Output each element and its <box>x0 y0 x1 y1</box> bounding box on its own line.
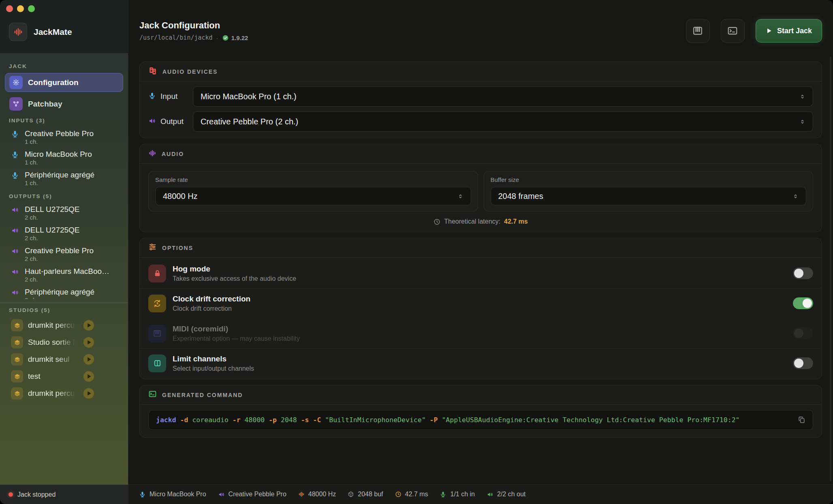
waveform-icon <box>13 27 23 37</box>
generated-command-card: GENERATED COMMAND jackd -d coreaudio -r … <box>139 385 822 438</box>
buffer-box-icon <box>348 491 354 498</box>
configuration-content: AUDIO DEVICES Input <box>128 62 833 484</box>
section-title: OPTIONS <box>162 245 193 251</box>
input-device-row[interactable]: Micro MacBook Pro 1 ch. <box>5 148 123 169</box>
copy-icon <box>798 416 805 424</box>
layers-icon <box>11 336 23 348</box>
play-button[interactable] <box>83 319 95 331</box>
theoretical-latency: Theoretical latency: 42.7 ms <box>148 218 813 225</box>
jackd-command: jackd -d coreaudio -r 48000 -p 2048 -s -… <box>156 416 792 424</box>
options-card: OPTIONS Hog mode Takes exclusive access <box>139 238 822 379</box>
command-code-block: jackd -d coreaudio -r 48000 -p 2048 -s -… <box>148 410 813 430</box>
patchbay-nodes-icon <box>9 97 23 111</box>
speaker-icon <box>11 226 19 236</box>
gear-icon <box>9 76 23 89</box>
studio-row[interactable]: drumkit seul <box>5 351 99 368</box>
play-button[interactable] <box>83 387 95 399</box>
audio-card: AUDIO Sample rate 48000 Hz <box>139 144 822 232</box>
status-output-device: Creative Pebble Pro <box>218 491 286 498</box>
midi-toggle[interactable] <box>793 327 813 339</box>
speaker-icon <box>218 491 225 498</box>
speaker-icon <box>11 268 19 278</box>
section-label-studios: STUDIOS (5) <box>5 307 123 313</box>
app-logo-icon <box>9 23 27 41</box>
status-sample-rate: 48000 Hz <box>298 491 336 498</box>
sample-rate-field: Sample rate 48000 Hz <box>148 171 478 211</box>
status-input-device: Micro MacBook Pro <box>139 491 206 498</box>
play-button[interactable] <box>83 370 95 382</box>
zoom-button[interactable] <box>28 5 35 12</box>
play-button[interactable] <box>83 353 95 365</box>
microphone-icon <box>11 130 19 140</box>
sidebar-item-configuration[interactable]: Configuration <box>5 73 123 92</box>
buffer-size-select[interactable]: 2048 frames <box>491 187 807 205</box>
input-label: Input <box>160 92 177 101</box>
studio-row[interactable]: test <box>5 368 99 385</box>
status-dot-icon <box>9 492 13 497</box>
terminal-button[interactable] <box>721 19 745 43</box>
sample-rate-select[interactable]: 48000 Hz <box>155 187 471 205</box>
sidebar-item-patchbay[interactable]: Patchbay <box>5 94 123 113</box>
terminal-icon <box>148 390 157 400</box>
status-bar: Micro MacBook Pro Creative Pebble Pro 48… <box>128 484 833 504</box>
studio-row[interactable]: drumkit percu n <box>5 317 99 334</box>
option-row-midi: MIDI (coremidi) Experimental option — ma… <box>140 318 822 348</box>
option-row-limit-channels: Limit channels Select input/output chann… <box>140 348 822 378</box>
copy-command-button[interactable] <box>798 416 805 424</box>
studio-row[interactable]: drumkit percu c <box>5 385 99 402</box>
hog-mode-toggle[interactable] <box>793 267 813 279</box>
section-label-outputs: OUTPUTS (5) <box>5 193 123 199</box>
speaker-icon <box>11 288 19 298</box>
page-title: Jack Configuration <box>139 20 248 31</box>
input-device-row[interactable]: Périphérique agrégé 1 ch. <box>5 169 123 189</box>
output-device-row[interactable]: DELL U2725QE 2 ch. <box>5 224 123 244</box>
output-device-row[interactable]: Périphérique agrégé 2 ch. <box>5 286 123 299</box>
microphone-icon <box>11 171 19 181</box>
studio-row[interactable]: Studio sortie lin <box>5 334 99 351</box>
sidebar-header: JackMate <box>0 0 128 53</box>
jack-status-footer: Jack stopped <box>0 485 128 504</box>
piano-icon <box>148 325 166 342</box>
close-button[interactable] <box>6 5 13 12</box>
input-device-select[interactable]: Micro MacBook Pro (1 ch.) <box>193 86 813 107</box>
chevron-updown-icon <box>457 193 463 199</box>
main-scrollbar[interactable] <box>830 57 831 481</box>
play-button[interactable] <box>83 336 95 348</box>
start-jack-button[interactable]: Start Jack <box>756 19 822 43</box>
speakers-pair-icon <box>148 66 157 77</box>
status-buffer: 2048 buf <box>348 491 383 498</box>
jackd-binary-path: /usr/local/bin/jackd <box>139 34 213 41</box>
minimize-button[interactable] <box>17 5 24 12</box>
jack-status-text: Jack stopped <box>17 491 56 498</box>
speaker-icon <box>487 491 493 498</box>
chevron-updown-icon <box>792 193 799 199</box>
clock-icon <box>395 491 402 498</box>
status-channels-in: 1/1 ch in <box>440 491 474 498</box>
buffer-size-field: Buffer size 2048 frames <box>484 171 814 211</box>
output-device-select[interactable]: Creative Pebble Pro (2 ch.) <box>193 111 813 132</box>
output-device-row[interactable]: Haut-parleurs MacBoo… 2 ch. <box>5 265 123 286</box>
layers-icon <box>11 353 23 365</box>
input-device-row[interactable]: Creative Pebble Pro 1 ch. <box>5 127 123 148</box>
section-label-inputs: INPUTS (3) <box>5 117 123 124</box>
audio-devices-card: AUDIO DEVICES Input <box>139 62 822 138</box>
latency-label: Theoretical latency: <box>444 218 500 225</box>
split-columns-icon <box>148 355 166 372</box>
sidebar-divider <box>0 303 128 303</box>
section-title: AUDIO DEVICES <box>162 68 218 75</box>
outputs-list: DELL U2725QE 2 ch. DELL U2725QE 2 ch. <box>5 203 123 299</box>
microphone-icon <box>148 92 156 102</box>
lock-icon <box>148 265 166 282</box>
main-panel: Jack Configuration /usr/local/bin/jackd … <box>128 0 833 504</box>
terminal-icon <box>727 26 738 36</box>
window-controls <box>6 5 35 12</box>
midi-keyboard-button[interactable] <box>686 19 710 43</box>
clock-drift-toggle[interactable] <box>793 297 813 309</box>
microphone-icon <box>139 491 146 498</box>
option-row-clock-drift: Clock drift correction Clock drift corre… <box>140 288 822 318</box>
output-device-row[interactable]: DELL U2725QE 2 ch. <box>5 203 123 224</box>
output-device-row[interactable]: Creative Pebble Pro 2 ch. <box>5 244 123 265</box>
app-window: JackMate JACK Configuration <box>0 0 833 504</box>
limit-channels-toggle[interactable] <box>793 357 813 369</box>
layers-icon <box>11 387 23 399</box>
